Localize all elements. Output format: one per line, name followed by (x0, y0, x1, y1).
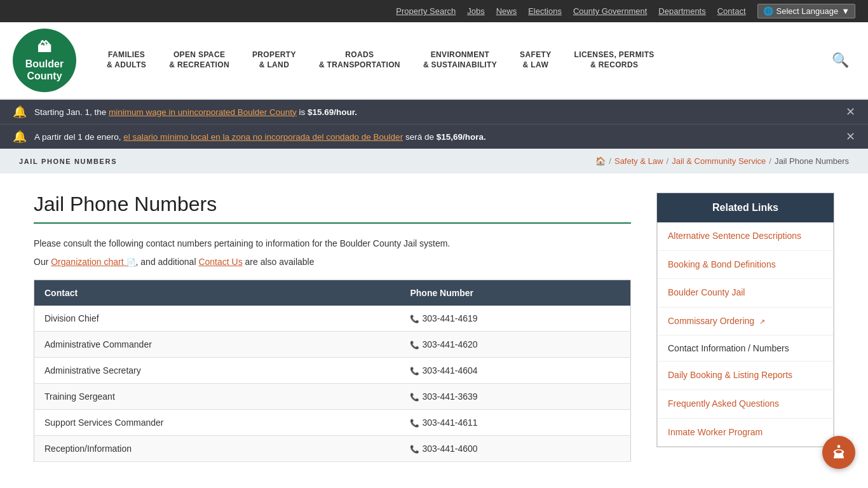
related-link[interactable]: Booking & Bond Definitions (658, 251, 833, 279)
alert-text-1: Starting Jan. 1, the minimum wage in uni… (34, 107, 357, 117)
alert-text-2: A partir del 1 de enero, el salario míni… (34, 132, 486, 142)
nav-property-land[interactable]: PROPERTY& LAND (241, 45, 308, 75)
nav-families-adults[interactable]: FAMILIES& ADULTS (95, 45, 158, 75)
logo: 🏔 BoulderCounty (13, 29, 76, 92)
file-icon: 📄 (126, 258, 136, 267)
table-header-row: Contact Phone Number (34, 280, 631, 306)
list-item: Inmate Worker Program (658, 419, 833, 447)
topbar-news[interactable]: News (496, 6, 517, 16)
col-contact: Contact (34, 280, 400, 306)
org-line: Our Organization chart 📄, and additional… (34, 257, 631, 267)
phone-icon: 📞 (410, 393, 419, 402)
phone-number: 📞303-441-4619 (400, 306, 630, 332)
table-row: Support Services Commander 📞303-441-4611 (34, 410, 631, 436)
breadcrumb-jail-community[interactable]: Jail & Community Service (672, 156, 766, 166)
contact-name: Division Chief (34, 306, 400, 332)
page-title: Jail Phone Numbers (34, 193, 631, 224)
related-links-list: Alternative Sentence DescriptionsBooking… (657, 222, 834, 447)
search-button[interactable]: 🔍 (825, 49, 855, 72)
logo-text: BoulderCounty (25, 58, 64, 82)
phone-icon: 📞 (410, 445, 419, 454)
table-row: Administrative Commander 📞303-441-4620 (34, 332, 631, 358)
contact-name: Support Services Commander (34, 410, 400, 436)
col-phone: Phone Number (400, 280, 630, 306)
sidebar: Related Links Alternative Sentence Descr… (656, 193, 834, 462)
related-link-external[interactable]: Commissary Ordering ↗ (658, 308, 833, 336)
list-item: Contact Information / Numbers (658, 336, 833, 362)
breadcrumb-current: Jail Phone Numbers (775, 156, 849, 166)
min-wage-spanish-link[interactable]: el salario mínimo local en la zona no in… (123, 132, 403, 142)
accessibility-icon (830, 444, 848, 461)
main-content: Jail Phone Numbers Please consult the fo… (34, 193, 631, 462)
table-row: Administrative Secretary 📞303-441-4604 (34, 358, 631, 384)
related-link[interactable]: Frequently Asked Questions (658, 390, 833, 418)
nav-licenses[interactable]: LICENSES, PERMITS& RECORDS (563, 45, 666, 75)
topbar-county-government[interactable]: County Government (573, 6, 647, 16)
list-item: Boulder County Jail (658, 279, 833, 308)
contact-us-link[interactable]: Contact Us (198, 257, 242, 267)
language-selector[interactable]: 🌐 Select Language ▼ (757, 4, 855, 18)
topbar-contact[interactable]: Contact (717, 6, 746, 16)
list-item: Alternative Sentence Descriptions (658, 222, 833, 251)
language-label: Select Language (776, 6, 839, 16)
alert-close-2[interactable]: ✕ (846, 130, 855, 144)
list-item: Frequently Asked Questions (658, 390, 833, 419)
phone-table: Contact Phone Number Division Chief 📞303… (34, 280, 631, 462)
globe-icon: 🌐 (763, 6, 773, 16)
intro-text: Please consult the following contact num… (34, 236, 631, 250)
list-item: Daily Booking & Listing Reports (658, 362, 833, 390)
phone-icon: 📞 (410, 315, 419, 323)
topbar-property-search[interactable]: Property Search (396, 6, 456, 16)
org-chart-link[interactable]: Organization chart 📄 (51, 257, 135, 267)
top-bar: Property Search Jobs News Elections Coun… (0, 0, 868, 22)
external-link-icon: ↗ (759, 318, 765, 325)
related-link-plain: Contact Information / Numbers (658, 336, 833, 361)
breadcrumb-row: JAIL PHONE NUMBERS 🏠 / Safety & Law / Ja… (0, 149, 868, 173)
breadcrumb-home[interactable]: 🏠 (595, 156, 606, 166)
logo-mountain-icon: 🏔 (37, 39, 51, 57)
topbar-jobs[interactable]: Jobs (467, 6, 484, 16)
phone-icon: 📞 (410, 367, 419, 376)
alert-bar-2: 🔔 A partir del 1 de enero, el salario mí… (0, 124, 868, 149)
breadcrumb: 🏠 / Safety & Law / Jail & Community Serv… (595, 156, 849, 166)
svg-point-0 (837, 445, 841, 448)
bell-icon-2: 🔔 (13, 130, 27, 144)
phone-number: 📞303-441-4604 (400, 358, 630, 384)
topbar-elections[interactable]: Elections (528, 6, 562, 16)
contact-name: Administrative Commander (34, 332, 400, 358)
bell-icon-1: 🔔 (13, 105, 27, 119)
related-link[interactable]: Daily Booking & Listing Reports (658, 362, 833, 390)
phone-number: 📞303-441-4611 (400, 410, 630, 436)
nav-environment[interactable]: ENVIRONMENT& SUSTAINABILITY (412, 45, 508, 75)
related-links-header: Related Links (657, 193, 834, 222)
contact-name: Administrative Secretary (34, 358, 400, 384)
phone-number: 📞303-441-3639 (400, 384, 630, 410)
table-row: Division Chief 📞303-441-4619 (34, 306, 631, 332)
header: 🏔 BoulderCounty FAMILIES& ADULTS OPEN SP… (0, 22, 868, 100)
alert-bar-1: 🔔 Starting Jan. 1, the minimum wage in u… (0, 100, 868, 124)
breadcrumb-safety-law[interactable]: Safety & Law (614, 156, 663, 166)
min-wage-link[interactable]: minimum wage in unincorporated Boulder C… (109, 107, 297, 117)
chevron-down-icon: ▼ (841, 6, 850, 16)
main-nav: FAMILIES& ADULTS OPEN SPACE& RECREATION … (95, 45, 855, 75)
phone-number: 📞303-441-4620 (400, 332, 630, 358)
contact-name: Training Sergeant (34, 384, 400, 410)
nav-open-space[interactable]: OPEN SPACE& RECREATION (158, 45, 241, 75)
topbar-departments[interactable]: Departments (658, 6, 705, 16)
phone-number: 📞303-441-4600 (400, 436, 630, 462)
phone-icon: 📞 (410, 341, 419, 349)
related-links-box: Related Links Alternative Sentence Descr… (656, 193, 834, 447)
nav-roads-transportation[interactable]: ROADS& TRANSPORTATION (308, 45, 412, 75)
contact-name: Reception/Information (34, 436, 400, 462)
alert-close-1[interactable]: ✕ (846, 105, 855, 119)
nav-safety-law[interactable]: SAFETY& LAW (508, 45, 563, 75)
related-link[interactable]: Inmate Worker Program (658, 419, 833, 447)
logo-link[interactable]: 🏔 BoulderCounty (13, 29, 76, 92)
accessibility-button[interactable] (822, 436, 855, 469)
related-link[interactable]: Boulder County Jail (658, 279, 833, 307)
list-item: Commissary Ordering ↗ (658, 308, 833, 336)
table-row: Reception/Information 📞303-441-4600 (34, 436, 631, 462)
related-link[interactable]: Alternative Sentence Descriptions (658, 222, 833, 250)
phone-icon: 📞 (410, 419, 419, 428)
table-row: Training Sergeant 📞303-441-3639 (34, 384, 631, 410)
